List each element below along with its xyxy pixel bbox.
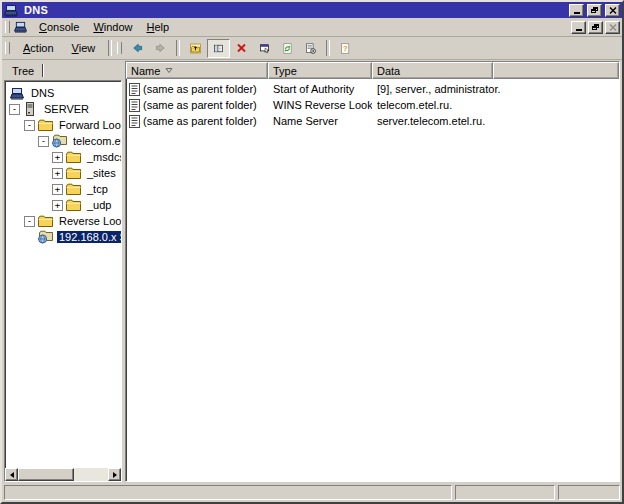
column-header-type[interactable]: Type bbox=[268, 62, 372, 79]
show-hide-console-tree-icon bbox=[214, 42, 223, 55]
record-icon bbox=[129, 99, 140, 112]
collapse-icon[interactable]: - bbox=[38, 136, 49, 147]
status-pane-3 bbox=[558, 485, 620, 500]
tree-tabstrip: Tree bbox=[4, 61, 122, 80]
menubar-grip[interactable] bbox=[5, 21, 10, 33]
restore-icon bbox=[591, 7, 598, 13]
column-header-name[interactable]: Name bbox=[126, 62, 268, 79]
tree-item-server[interactable]: - SERVER bbox=[5, 101, 121, 117]
results-list-pane: Name Type Data (same as parent folder) S… bbox=[125, 61, 620, 482]
help-button[interactable]: ? bbox=[334, 39, 357, 58]
scrollbar-thumb[interactable] bbox=[18, 468, 74, 481]
toolbar-separator bbox=[176, 40, 180, 56]
column-label: Name bbox=[131, 65, 160, 77]
dns-console-window: DNS Console Window Help Action View bbox=[0, 0, 624, 504]
tree-item-label: telecom.etel.r bbox=[71, 135, 122, 147]
folder-icon bbox=[38, 214, 54, 228]
dns-app-icon bbox=[4, 3, 18, 17]
properties-button[interactable] bbox=[253, 39, 276, 58]
record-data: [9], server., administrator. bbox=[372, 83, 619, 95]
tree-item-label: _msdcs bbox=[85, 151, 122, 163]
zone-icon bbox=[38, 230, 54, 244]
minimize-icon bbox=[576, 29, 582, 31]
toolbar-grip[interactable] bbox=[5, 42, 10, 54]
expand-icon[interactable]: + bbox=[52, 200, 63, 211]
tree-item-label: SERVER bbox=[42, 103, 91, 115]
record-type: WINS Reverse Lookup bbox=[268, 99, 372, 111]
scrollbar-track[interactable] bbox=[74, 468, 108, 481]
refresh-icon bbox=[282, 41, 293, 56]
up-one-level-button[interactable] bbox=[184, 39, 207, 58]
toolbar-grip-2[interactable] bbox=[117, 42, 122, 54]
collapse-icon[interactable]: - bbox=[9, 104, 20, 115]
tree-item-dns-root[interactable]: DNS bbox=[5, 85, 121, 101]
record-row-wins[interactable]: (same as parent folder) WINS Reverse Loo… bbox=[126, 97, 619, 113]
tab-tree[interactable]: Tree bbox=[12, 65, 34, 77]
refresh-button[interactable] bbox=[276, 39, 299, 58]
server-icon bbox=[23, 102, 39, 116]
tree-item-telecom-zone[interactable]: - telecom.etel.r bbox=[5, 133, 121, 149]
tree-item-forward-lookup-zones[interactable]: - Forward Lookup Z bbox=[5, 117, 121, 133]
delete-button[interactable] bbox=[230, 39, 253, 58]
export-list-button[interactable] bbox=[299, 39, 322, 58]
tree-item-tcp[interactable]: + _tcp bbox=[5, 181, 121, 197]
delete-icon bbox=[236, 41, 247, 55]
main-area: Tree DNS - SERVER - Forward Lookup bbox=[2, 60, 622, 482]
forward-icon bbox=[155, 40, 166, 56]
close-button[interactable] bbox=[605, 4, 620, 17]
collapse-icon[interactable]: - bbox=[24, 120, 35, 131]
child-minimize-button[interactable] bbox=[571, 21, 586, 34]
column-header-data[interactable]: Data bbox=[372, 62, 493, 79]
menu-bar: Console Window Help bbox=[2, 18, 622, 37]
folder-icon bbox=[66, 182, 82, 196]
restore-button[interactable] bbox=[587, 4, 602, 17]
record-row-soa[interactable]: (same as parent folder) Start of Authori… bbox=[126, 81, 619, 97]
scroll-right-button[interactable] bbox=[108, 468, 121, 481]
column-label: Data bbox=[377, 65, 400, 77]
folder-icon bbox=[66, 150, 82, 164]
tree-item-label: _udp bbox=[85, 199, 113, 211]
close-icon bbox=[609, 24, 617, 31]
minimize-button[interactable] bbox=[569, 4, 584, 17]
record-row-ns[interactable]: (same as parent folder) Name Server serv… bbox=[126, 113, 619, 129]
tree-item-reverse-lookup-zones[interactable]: - Reverse Lookup Z bbox=[5, 213, 121, 229]
window-title: DNS bbox=[24, 4, 566, 16]
child-close-button[interactable] bbox=[605, 21, 620, 34]
toolbar-separator bbox=[326, 40, 330, 56]
menu-action[interactable]: Action bbox=[14, 40, 63, 56]
menu-console[interactable]: Console bbox=[32, 19, 86, 35]
menu-window[interactable]: Window bbox=[86, 19, 139, 35]
record-data: server.telecom.etel.ru. bbox=[372, 115, 619, 127]
up-one-level-icon bbox=[190, 41, 201, 56]
tree-item-sites[interactable]: + _sites bbox=[5, 165, 121, 181]
folder-icon bbox=[66, 198, 82, 212]
record-data: telecom.etel.ru. bbox=[372, 99, 619, 111]
close-icon bbox=[609, 7, 617, 14]
folder-icon bbox=[38, 118, 54, 132]
tree-item-label: 192.168.0.x S bbox=[57, 231, 122, 243]
expand-icon[interactable]: + bbox=[52, 168, 63, 179]
tree-horizontal-scrollbar[interactable] bbox=[5, 468, 121, 481]
menu-view[interactable]: View bbox=[63, 40, 105, 56]
tree-item-msdcs[interactable]: + _msdcs bbox=[5, 149, 121, 165]
child-restore-button[interactable] bbox=[588, 21, 603, 34]
record-name: (same as parent folder) bbox=[143, 115, 257, 127]
show-hide-console-tree-button[interactable] bbox=[207, 39, 230, 58]
tree-item-label: DNS bbox=[29, 87, 56, 99]
tree-item-udp[interactable]: + _udp bbox=[5, 197, 121, 213]
menu-help[interactable]: Help bbox=[140, 19, 177, 35]
collapse-icon[interactable]: - bbox=[24, 216, 35, 227]
expand-icon[interactable]: + bbox=[52, 152, 63, 163]
record-name: (same as parent folder) bbox=[143, 99, 257, 111]
forward-button[interactable] bbox=[149, 39, 172, 58]
column-header-filler bbox=[493, 62, 619, 79]
title-bar[interactable]: DNS bbox=[2, 2, 622, 18]
back-button[interactable] bbox=[126, 39, 149, 58]
restore-icon bbox=[592, 24, 599, 30]
tree-item-label: _tcp bbox=[85, 183, 110, 195]
scroll-left-button[interactable] bbox=[5, 468, 18, 481]
expand-icon[interactable]: + bbox=[52, 184, 63, 195]
tree-item-reverse-zone-selected[interactable]: 192.168.0.x S bbox=[5, 229, 121, 245]
tree-item-label: Forward Lookup Z bbox=[57, 119, 122, 131]
tree-view: DNS - SERVER - Forward Lookup Z - teleco… bbox=[4, 80, 122, 482]
